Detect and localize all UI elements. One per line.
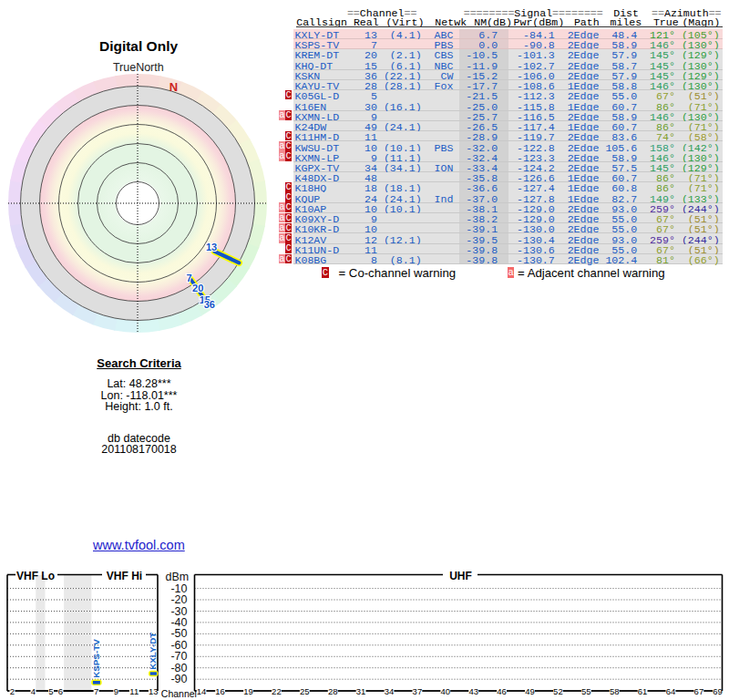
svg-text:52: 52: [553, 686, 563, 696]
svg-text:28: 28: [328, 686, 338, 696]
svg-text:VHF Hi: VHF Hi: [107, 570, 142, 582]
svg-text:55: 55: [581, 686, 591, 696]
svg-text:58: 58: [610, 686, 620, 696]
svg-text:40: 40: [441, 686, 451, 696]
svg-text:25: 25: [300, 686, 310, 696]
svg-text:37: 37: [413, 686, 423, 696]
svg-text:36: 36: [204, 299, 215, 310]
svg-text:43: 43: [468, 686, 478, 696]
svg-text:34: 34: [385, 686, 395, 696]
svg-text:69: 69: [713, 686, 723, 696]
svg-text:46: 46: [497, 686, 507, 696]
svg-text:UHF: UHF: [449, 570, 472, 582]
svg-text:13: 13: [149, 686, 159, 696]
svg-text:7: 7: [94, 686, 98, 696]
svg-text:Channel: Channel: [161, 688, 197, 699]
svg-text:7: 7: [187, 273, 192, 283]
svg-text:2: 2: [10, 686, 15, 696]
svg-text:11: 11: [129, 686, 139, 696]
svg-text:67: 67: [694, 686, 704, 696]
svg-text:49: 49: [525, 686, 535, 696]
svg-text:6: 6: [58, 686, 63, 696]
svg-text:KXLY-DT: KXLY-DT: [148, 633, 158, 670]
svg-text:KSPS-TV: KSPS-TV: [91, 639, 101, 678]
svg-text:64: 64: [666, 686, 676, 696]
svg-text:-90: -90: [170, 673, 187, 685]
svg-text:TrueNorth: TrueNorth: [113, 61, 164, 74]
svg-text:4: 4: [31, 686, 36, 696]
svg-text:9: 9: [114, 686, 118, 696]
svg-text:16: 16: [215, 686, 225, 696]
svg-text:22: 22: [272, 686, 282, 696]
svg-text:14: 14: [197, 686, 207, 696]
svg-text:13: 13: [206, 242, 217, 252]
svg-text:61: 61: [638, 686, 648, 696]
svg-text:31: 31: [356, 686, 366, 696]
svg-text:5: 5: [48, 686, 53, 696]
svg-text:19: 19: [243, 686, 253, 696]
svg-text:N: N: [169, 80, 178, 94]
svg-text:VHF Lo: VHF Lo: [16, 570, 55, 582]
svg-text:20: 20: [192, 283, 203, 293]
